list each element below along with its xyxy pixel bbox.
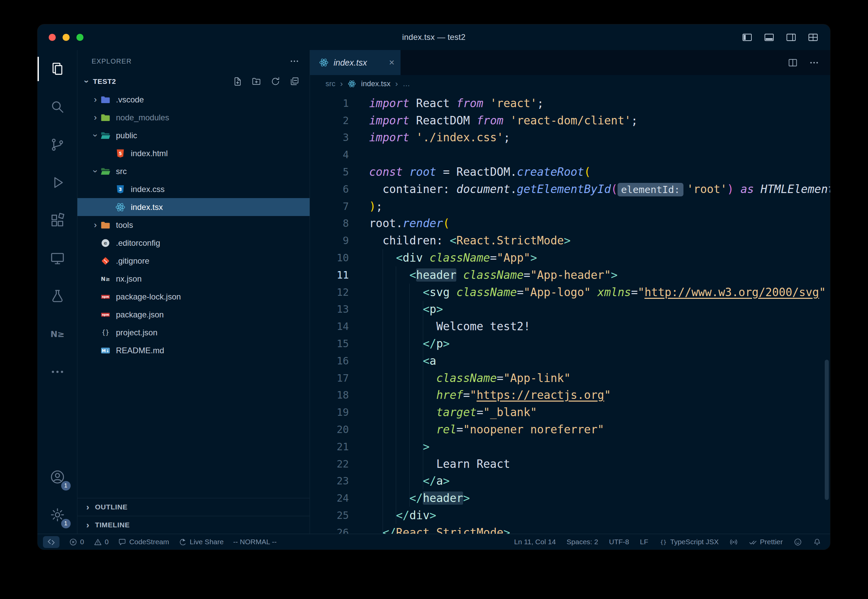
file-label: index.html xyxy=(131,149,168,158)
file-item-index.css[interactable]: 3index.css xyxy=(77,180,310,198)
editor-scrollbar[interactable] xyxy=(825,360,829,500)
status-broadcast[interactable] xyxy=(730,538,738,546)
breadcrumbs: src›index.tsx›… xyxy=(310,75,830,93)
new-folder-button[interactable] xyxy=(251,77,262,87)
markdown-icon: M↓ xyxy=(100,345,111,356)
activity-extensions[interactable] xyxy=(38,202,77,239)
status-live-share[interactable]: Live Share xyxy=(179,538,223,546)
breadcrumb-item[interactable]: … xyxy=(403,80,410,88)
file-item-tools[interactable]: ›tools xyxy=(77,216,310,234)
timeline-pane[interactable]: › TIMELINE xyxy=(77,516,310,534)
code-line[interactable]: 20 rel="noopener noreferrer" xyxy=(310,421,830,438)
code-line[interactable]: 16 <a xyxy=(310,352,830,369)
file-item-project.json[interactable]: {}project.json xyxy=(77,324,310,342)
code-line[interactable]: 15 </p> xyxy=(310,335,830,352)
activity-accounts[interactable]: 1 xyxy=(38,458,77,496)
code-line[interactable]: 13 <p> xyxy=(310,301,830,318)
status-encoding[interactable]: UTF-8 xyxy=(609,538,629,546)
code-line[interactable]: 7); xyxy=(310,198,830,215)
file-item-public[interactable]: ›public xyxy=(77,126,310,144)
status-errors[interactable]: 0 xyxy=(69,538,84,546)
code-line[interactable]: 22 Learn React xyxy=(310,455,830,473)
split-editor-button[interactable] xyxy=(788,57,798,68)
file-item-.vscode[interactable]: ›.vscode xyxy=(77,90,310,108)
status-feedback[interactable] xyxy=(794,538,802,546)
activity-remote-explorer[interactable] xyxy=(38,239,77,277)
code-line[interactable]: 3import './index.css'; xyxy=(310,129,830,146)
code-line[interactable]: 23 </a> xyxy=(310,473,830,490)
activity-search[interactable] xyxy=(38,88,77,126)
editor-more-button[interactable] xyxy=(809,57,819,68)
status-eol[interactable]: LF xyxy=(640,538,648,546)
status-codestream[interactable]: CodeStream xyxy=(118,538,169,546)
status-warnings[interactable]: 0 xyxy=(93,538,109,546)
activity-nx-console[interactable]: N≥ xyxy=(38,315,77,353)
code-line[interactable]: 11 <header className="App-header"> xyxy=(310,266,830,284)
code-line[interactable]: 19 target="_blank" xyxy=(310,403,830,421)
code-area[interactable]: 1import React from 'react';2import React… xyxy=(310,93,830,534)
file-item-node_modules[interactable]: ›node_modules xyxy=(77,108,310,126)
code-line[interactable]: 9 children: <React.StrictMode> xyxy=(310,232,830,249)
code-line[interactable]: 4 xyxy=(310,146,830,163)
code-line[interactable]: 25 </div> xyxy=(310,507,830,524)
status-cursor-position[interactable]: Ln 11, Col 14 xyxy=(514,538,556,546)
file-item-package-lock.json[interactable]: npmpackage-lock.json xyxy=(77,287,310,306)
code-line[interactable]: 17 className="App-link" xyxy=(310,369,830,387)
toggle-secondary-sidebar-button[interactable] xyxy=(785,32,797,43)
titlebar[interactable]: index.tsx — test2 xyxy=(38,24,830,50)
code-line[interactable]: 18 href="https://reactjs.org" xyxy=(310,387,830,404)
refresh-explorer-button[interactable] xyxy=(271,77,281,87)
customize-layout-button[interactable] xyxy=(808,32,818,43)
status-prettier[interactable]: Prettier xyxy=(749,538,783,546)
close-button[interactable] xyxy=(49,34,56,41)
status-label: UTF-8 xyxy=(609,538,629,546)
tab-close-icon[interactable]: × xyxy=(389,58,394,67)
activity-run-and-debug[interactable] xyxy=(38,164,77,202)
code-line[interactable]: 26 </React.StrictMode> xyxy=(310,524,830,534)
activity-testing[interactable] xyxy=(38,277,77,315)
explorer-more-button[interactable] xyxy=(289,56,299,66)
code-line[interactable]: 24 </header> xyxy=(310,489,830,507)
code-line[interactable]: 1import React from 'react'; xyxy=(310,95,830,112)
breadcrumb-item[interactable]: src xyxy=(325,80,335,88)
code-line[interactable]: 8root.render( xyxy=(310,215,830,232)
status-indentation[interactable]: Spaces: 2 xyxy=(567,538,598,546)
breadcrumb-item[interactable]: index.tsx xyxy=(361,80,390,88)
file-item-.editorconfig[interactable]: e.editorconfig xyxy=(77,234,310,252)
toggle-primary-sidebar-button[interactable] xyxy=(742,32,753,43)
code-text: Welcome test2! xyxy=(349,320,530,333)
file-item-index.html[interactable]: 5index.html xyxy=(77,144,310,162)
chevron-icon: › xyxy=(91,94,100,105)
zoom-button[interactable] xyxy=(77,34,83,41)
file-item-index.tsx[interactable]: index.tsx xyxy=(77,198,310,216)
outline-pane[interactable]: › OUTLINE xyxy=(77,498,310,516)
editorconfig-icon: e xyxy=(100,237,111,249)
status-vim-mode[interactable]: -- NORMAL -- xyxy=(233,538,277,546)
file-item-src[interactable]: ›src xyxy=(77,162,310,180)
chevron-icon: › xyxy=(91,220,100,230)
tab-index-tsx[interactable]: index.tsx × xyxy=(310,50,400,75)
collapse-folders-button[interactable] xyxy=(289,77,299,87)
explorer-section-header[interactable]: › TEST2 xyxy=(77,72,310,90)
file-item-package.json[interactable]: npmpackage.json xyxy=(77,306,310,324)
file-item-README.md[interactable]: M↓README.md xyxy=(77,342,310,359)
code-line[interactable]: 5const root = ReactDOM.createRoot( xyxy=(310,163,830,181)
status-notifications[interactable] xyxy=(813,538,821,546)
code-line[interactable]: 21 > xyxy=(310,438,830,455)
code-line[interactable]: 6 container: document.getElementById(ele… xyxy=(310,181,830,198)
activity-explorer[interactable] xyxy=(38,50,77,88)
file-item-nx.json[interactable]: N≥nx.json xyxy=(77,270,310,287)
status-language-mode[interactable]: {}TypeScript JSX xyxy=(659,538,719,546)
file-item-.gitignore[interactable]: .gitignore xyxy=(77,252,310,270)
toggle-panel-button[interactable] xyxy=(764,32,775,43)
activity-more[interactable] xyxy=(38,353,77,391)
code-line[interactable]: 12 <svg className="App-logo" xmlns="http… xyxy=(310,284,830,301)
code-line[interactable]: 2import ReactDOM from 'react-dom/client'… xyxy=(310,112,830,129)
status-remote-window[interactable] xyxy=(43,536,60,548)
new-file-button[interactable] xyxy=(233,77,243,87)
code-line[interactable]: 10 <div className="App"> xyxy=(310,249,830,266)
activity-manage[interactable]: 1 xyxy=(38,496,77,534)
minimize-button[interactable] xyxy=(63,34,70,41)
code-line[interactable]: 14 Welcome test2! xyxy=(310,318,830,335)
activity-source-control[interactable] xyxy=(38,126,77,164)
